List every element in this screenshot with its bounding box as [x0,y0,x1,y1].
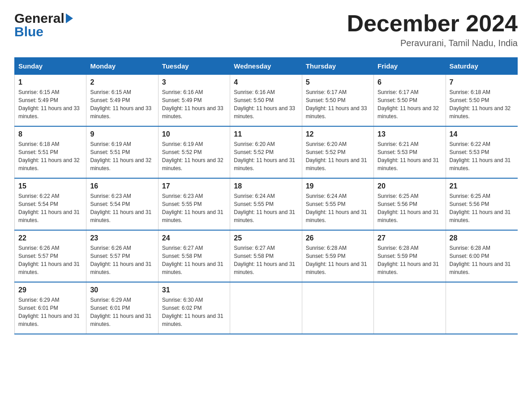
calendar-cell: 31 Sunrise: 6:30 AMSunset: 6:02 PMDaylig… [158,282,230,334]
calendar-cell [374,282,446,334]
day-number: 18 [234,182,298,190]
calendar-cell: 23 Sunrise: 6:26 AMSunset: 5:57 PMDaylig… [86,230,158,282]
day-info: Sunrise: 6:25 AMSunset: 5:56 PMDaylight:… [450,193,511,223]
calendar-cell: 13 Sunrise: 6:21 AMSunset: 5:53 PMDaylig… [374,126,446,178]
day-info: Sunrise: 6:21 AMSunset: 5:53 PMDaylight:… [378,141,439,171]
day-info: Sunrise: 6:28 AMSunset: 6:00 PMDaylight:… [450,245,511,275]
day-info: Sunrise: 6:30 AMSunset: 6:02 PMDaylight:… [162,297,223,327]
calendar-cell: 16 Sunrise: 6:23 AMSunset: 5:54 PMDaylig… [86,178,158,230]
calendar-cell: 30 Sunrise: 6:29 AMSunset: 6:01 PMDaylig… [86,282,158,334]
day-info: Sunrise: 6:17 AMSunset: 5:50 PMDaylight:… [306,89,367,120]
day-number: 7 [450,78,514,86]
day-info: Sunrise: 6:27 AMSunset: 5:58 PMDaylight:… [234,245,295,275]
calendar-cell: 15 Sunrise: 6:22 AMSunset: 5:54 PMDaylig… [15,178,86,230]
calendar-cell: 20 Sunrise: 6:25 AMSunset: 5:56 PMDaylig… [374,178,446,230]
calendar-cell [446,282,517,334]
calendar-cell: 14 Sunrise: 6:22 AMSunset: 5:53 PMDaylig… [446,126,517,178]
logo-arrow-icon [66,13,73,23]
header-saturday: Saturday [446,58,517,75]
day-info: Sunrise: 6:23 AMSunset: 5:54 PMDaylight:… [90,193,151,223]
day-info: Sunrise: 6:25 AMSunset: 5:56 PMDaylight:… [378,193,439,223]
day-info: Sunrise: 6:20 AMSunset: 5:52 PMDaylight:… [234,141,295,171]
calendar-cell: 4 Sunrise: 6:16 AMSunset: 5:50 PMDayligh… [230,75,302,127]
day-number: 27 [378,234,442,242]
day-number: 3 [162,78,226,86]
day-number: 30 [90,286,154,294]
day-number: 22 [18,234,82,242]
location-text: Peravurani, Tamil Nadu, India [347,38,518,48]
calendar-week-row: 29 Sunrise: 6:29 AMSunset: 6:01 PMDaylig… [15,282,518,334]
day-info: Sunrise: 6:24 AMSunset: 5:55 PMDaylight:… [306,193,367,223]
day-number: 26 [306,234,370,242]
calendar-cell: 8 Sunrise: 6:18 AMSunset: 5:51 PMDayligh… [15,126,86,178]
day-number: 17 [162,182,226,190]
calendar-cell: 9 Sunrise: 6:19 AMSunset: 5:51 PMDayligh… [86,126,158,178]
day-number: 15 [18,182,82,190]
day-number: 19 [306,182,370,190]
day-info: Sunrise: 6:22 AMSunset: 5:54 PMDaylight:… [18,193,80,223]
calendar-cell [302,282,373,334]
day-number: 14 [450,130,514,138]
day-info: Sunrise: 6:18 AMSunset: 5:51 PMDaylight:… [18,141,80,171]
calendar-week-row: 22 Sunrise: 6:26 AMSunset: 5:57 PMDaylig… [15,230,518,282]
day-info: Sunrise: 6:28 AMSunset: 5:59 PMDaylight:… [378,245,439,275]
day-number: 29 [18,286,82,294]
day-info: Sunrise: 6:28 AMSunset: 5:59 PMDaylight:… [306,245,367,275]
calendar-cell: 26 Sunrise: 6:28 AMSunset: 5:59 PMDaylig… [302,230,373,282]
day-info: Sunrise: 6:18 AMSunset: 5:50 PMDaylight:… [450,89,511,120]
day-number: 28 [450,234,514,242]
calendar-cell: 10 Sunrise: 6:19 AMSunset: 5:52 PMDaylig… [158,126,230,178]
day-info: Sunrise: 6:22 AMSunset: 5:53 PMDaylight:… [450,141,511,171]
day-number: 25 [234,234,298,242]
day-number: 13 [378,130,442,138]
day-info: Sunrise: 6:17 AMSunset: 5:50 PMDaylight:… [378,89,439,120]
day-number: 12 [306,130,370,138]
day-number: 24 [162,234,226,242]
day-info: Sunrise: 6:15 AMSunset: 5:49 PMDaylight:… [18,89,80,120]
day-number: 5 [306,78,370,86]
calendar-cell: 17 Sunrise: 6:23 AMSunset: 5:55 PMDaylig… [158,178,230,230]
day-number: 8 [18,130,82,138]
calendar-cell [230,282,302,334]
calendar-cell: 24 Sunrise: 6:27 AMSunset: 5:58 PMDaylig… [158,230,230,282]
logo: General Blue [14,11,73,39]
calendar-week-row: 8 Sunrise: 6:18 AMSunset: 5:51 PMDayligh… [15,126,518,178]
calendar-cell: 27 Sunrise: 6:28 AMSunset: 5:59 PMDaylig… [374,230,446,282]
day-number: 6 [378,78,442,86]
header-friday: Friday [374,58,446,75]
day-number: 21 [450,182,514,190]
calendar-week-row: 15 Sunrise: 6:22 AMSunset: 5:54 PMDaylig… [15,178,518,230]
calendar-cell: 28 Sunrise: 6:28 AMSunset: 6:00 PMDaylig… [446,230,517,282]
day-number: 11 [234,130,298,138]
calendar-cell: 12 Sunrise: 6:20 AMSunset: 5:52 PMDaylig… [302,126,373,178]
day-info: Sunrise: 6:26 AMSunset: 5:57 PMDaylight:… [18,245,80,275]
day-number: 2 [90,78,154,86]
day-info: Sunrise: 6:16 AMSunset: 5:50 PMDaylight:… [234,89,295,120]
calendar-header-row: SundayMondayTuesdayWednesdayThursdayFrid… [15,58,518,75]
calendar-cell: 19 Sunrise: 6:24 AMSunset: 5:55 PMDaylig… [302,178,373,230]
day-info: Sunrise: 6:20 AMSunset: 5:52 PMDaylight:… [306,141,367,171]
calendar-cell: 2 Sunrise: 6:15 AMSunset: 5:49 PMDayligh… [86,75,158,127]
day-info: Sunrise: 6:29 AMSunset: 6:01 PMDaylight:… [18,297,80,327]
header-tuesday: Tuesday [158,58,230,75]
calendar-cell: 7 Sunrise: 6:18 AMSunset: 5:50 PMDayligh… [446,75,517,127]
day-number: 9 [90,130,154,138]
header-wednesday: Wednesday [230,58,302,75]
day-number: 23 [90,234,154,242]
calendar-cell: 29 Sunrise: 6:29 AMSunset: 6:01 PMDaylig… [15,282,86,334]
day-number: 31 [162,286,226,294]
calendar-cell: 21 Sunrise: 6:25 AMSunset: 5:56 PMDaylig… [446,178,517,230]
day-info: Sunrise: 6:26 AMSunset: 5:57 PMDaylight:… [90,245,151,275]
day-number: 1 [18,78,82,86]
day-info: Sunrise: 6:29 AMSunset: 6:01 PMDaylight:… [90,297,151,327]
calendar-table: SundayMondayTuesdayWednesdayThursdayFrid… [14,57,518,334]
day-info: Sunrise: 6:24 AMSunset: 5:55 PMDaylight:… [234,193,295,223]
logo-blue-text: Blue [14,24,73,39]
day-info: Sunrise: 6:15 AMSunset: 5:49 PMDaylight:… [90,89,151,120]
calendar-cell: 5 Sunrise: 6:17 AMSunset: 5:50 PMDayligh… [302,75,373,127]
calendar-cell: 11 Sunrise: 6:20 AMSunset: 5:52 PMDaylig… [230,126,302,178]
day-number: 16 [90,182,154,190]
header-thursday: Thursday [302,58,373,75]
day-info: Sunrise: 6:19 AMSunset: 5:52 PMDaylight:… [162,141,223,171]
page-header: General Blue December 2024 Peravurani, T… [14,11,518,48]
